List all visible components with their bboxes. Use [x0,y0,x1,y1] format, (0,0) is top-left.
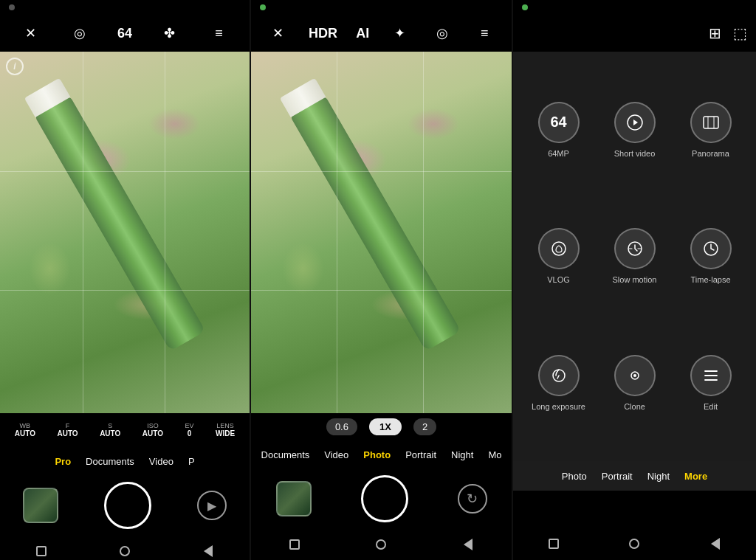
camera-controls-2: ↻ [251,469,512,528]
status-dot-1 [9,4,15,10]
menu-icon-vlog [538,228,580,269]
menu-item-64mp[interactable]: 64 64MP [520,66,597,193]
status-bar-1 [0,0,250,15]
menu-icon-long-exposure [538,355,580,396]
menu-item-clone[interactable]: Clone [597,319,673,446]
video-button-1[interactable]: ▶ [197,491,227,520]
nav-home-btn-3[interactable] [625,535,643,553]
nav-bar-3 [513,528,756,560]
nav-square-icon-3 [549,539,559,549]
mode-portrait-2[interactable]: Portrait [405,449,436,460]
nav-back-btn-3[interactable] [707,535,724,553]
menu-item-slow-motion[interactable]: Slow motion [597,193,673,320]
info-icon[interactable]: i [6,58,24,75]
panel-pro-mode: ✕ ◎ 64 ✤ ≡ i WB AUTO F AUTO [0,0,251,560]
flash-off-icon[interactable]: ✕ [18,21,42,45]
panorama-icon [702,115,720,130]
menu-icon-2[interactable]: ≡ [472,21,496,45]
iso-setting[interactable]: ISO AUTO [142,422,163,438]
menu-icon-timelapse [690,228,732,269]
mode-photo-1[interactable]: P [188,456,195,467]
rotate-button[interactable]: ↻ [458,484,487,514]
mode-video-1[interactable]: Video [149,456,173,467]
short-video-icon [626,114,644,131]
panel-more-menu: ⊞ ⬚ 64 64MP Short video [513,0,756,560]
iso-value2: AUTO [142,429,163,438]
mode-video-2[interactable]: Video [324,449,348,460]
nav-bar-1 [0,535,250,560]
mode-photo-3[interactable]: Photo [562,471,587,482]
top-bar-2: ✕ HDR AI ✦ ◎ ≡ [251,15,512,52]
rotate-icon: ↻ [467,491,478,507]
timer-icon[interactable]: ◎ [68,21,92,45]
video-icon-1: ▶ [207,499,216,513]
top-bar-3: ⊞ ⬚ [513,15,756,52]
nav-square-btn-1[interactable] [32,542,50,560]
nav-back-btn-1[interactable] [199,542,217,560]
menu-item-long-exposure[interactable]: Long exposure [520,319,597,446]
f-label: F [66,422,70,429]
lens-setting[interactable]: LENS WIDE [216,422,235,438]
clone-icon [626,367,644,384]
thumbnail-1[interactable] [23,488,58,523]
focus-icon[interactable]: ◎ [430,21,454,45]
s-setting[interactable]: S AUTO [100,422,120,438]
mode-night-3[interactable]: Night [647,471,670,482]
vlog-icon [550,240,568,257]
mode-documents-1[interactable]: Documents [86,456,134,467]
nav-back-btn-2[interactable] [459,536,477,553]
nav-home-btn-2[interactable] [372,536,390,553]
mode-more-3[interactable]: More [684,471,707,482]
zoom-1x[interactable]: 1X [369,418,402,435]
nav-triangle-icon-1 [204,545,213,557]
mode-documents-2[interactable]: Documents [261,449,310,460]
zoom-06[interactable]: 0.6 [326,418,357,435]
nav-square-btn-2[interactable] [286,536,303,553]
lens-icon[interactable]: ✤ [158,21,182,45]
lens-label: LENS [216,422,234,429]
status-bar-3 [513,0,756,15]
nav-square-btn-3[interactable] [545,535,563,553]
camera-bg-2 [251,52,512,413]
f-setting[interactable]: F AUTO [57,422,78,438]
menu-icon-64mp: 64 [538,102,580,143]
ai-label[interactable]: AI [356,26,369,41]
menu-item-panorama[interactable]: Panorama [673,66,749,193]
lens-value: WIDE [216,429,235,438]
menu-icon-edit [690,355,732,396]
mode-portrait-3[interactable]: Portrait [602,471,633,482]
mode-pro[interactable]: Pro [55,456,71,467]
menu-icon-slow-motion [614,228,656,269]
mode-photo-2[interactable]: Photo [363,449,391,460]
nav-home-btn-1[interactable] [116,542,134,560]
iso-value[interactable]: 64 [117,26,132,41]
ev-setting[interactable]: EV 0 [185,422,194,438]
hdr-label[interactable]: HDR [309,26,337,41]
flash-off-icon-2[interactable]: ✕ [267,21,290,45]
mp-label: 64MP [548,149,569,158]
shutter-button-2[interactable] [361,475,408,522]
menu-item-vlog[interactable]: VLOG [520,193,597,320]
star-icon[interactable]: ✦ [388,21,412,45]
more-menu: 64 64MP Short video [513,52,756,560]
mode-night-2[interactable]: Night [451,449,473,460]
menu-item-edit[interactable]: Edit [673,319,749,446]
zoom-2[interactable]: 2 [413,418,436,435]
mode-selector-2: Documents Video Photo Portrait Night Mo [251,440,512,469]
shutter-button-1[interactable] [104,482,151,529]
menu-icon-panorama [690,102,732,143]
viewfinder-1: i [0,52,250,413]
grid-icon[interactable]: ⊞ [709,24,721,42]
camera-controls-3 [513,491,756,528]
share-icon[interactable]: ⬚ [733,24,747,42]
camera-controls-1: ▶ [0,476,250,535]
menu-item-short-video[interactable]: Short video [597,66,673,193]
menu-icon[interactable]: ≡ [207,21,231,45]
nav-triangle-icon-2 [464,539,472,550]
svg-marker-1 [633,120,638,125]
thumbnail-2[interactable] [276,481,312,516]
manual-settings: WB AUTO F AUTO S AUTO ISO AUTO EV 0 LENS… [0,413,250,446]
mode-more-2[interactable]: Mo [488,449,501,460]
menu-item-timelapse[interactable]: Time-lapse [673,193,749,320]
wb-setting[interactable]: WB AUTO [15,422,35,438]
